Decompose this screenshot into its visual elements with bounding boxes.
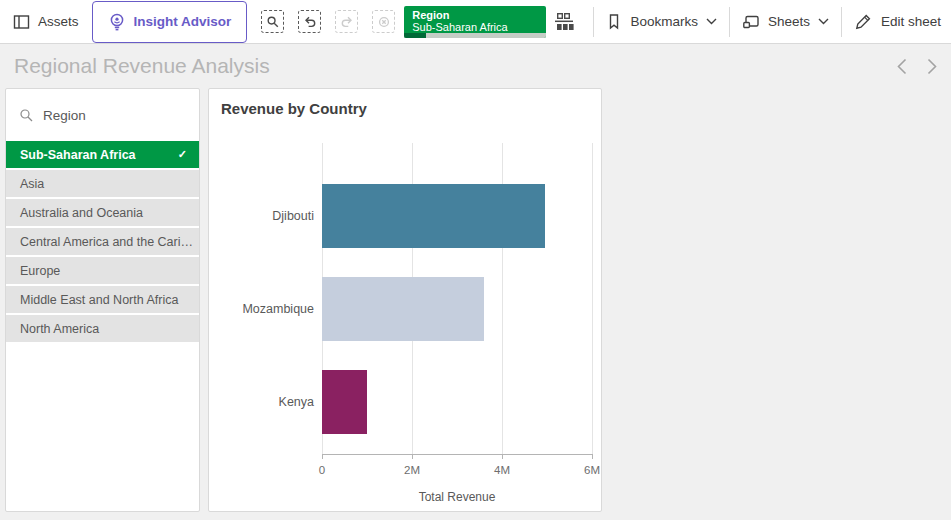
toolbar-divider (841, 7, 842, 37)
insight-advisor-button[interactable]: Insight Advisor (92, 1, 248, 43)
undo-selection-icon[interactable] (298, 10, 321, 33)
chevron-down-icon (818, 18, 829, 25)
sheets-icon (742, 14, 760, 30)
region-filter-pane: Region Sub-Saharan Africa✓AsiaAustralia … (5, 88, 200, 512)
redo-selection-icon[interactable] (335, 10, 358, 33)
axis-tick-label: 2M (392, 464, 432, 476)
axis-tick-label: 6M (572, 464, 612, 476)
region-list-item-label: Asia (20, 177, 44, 191)
pencil-icon (854, 13, 873, 31)
sheet-content: Region Sub-Saharan Africa✓AsiaAustralia … (0, 88, 951, 520)
region-list-item[interactable]: Middle East and North Africa (6, 286, 199, 313)
region-list-item-label: Middle East and North Africa (20, 293, 178, 307)
assets-button[interactable]: Assets (13, 14, 79, 30)
region-list-item-label: Central America and the Cari… (20, 235, 193, 249)
region-list-item[interactable]: Europe (6, 257, 199, 284)
sheets-label: Sheets (768, 14, 810, 29)
axis-tick-label: 4M (482, 464, 522, 476)
region-field-label: Region (43, 108, 86, 123)
x-axis-line (322, 454, 592, 455)
axis-tick (592, 454, 593, 459)
category-label: Mozambique (212, 301, 314, 317)
chevron-down-icon (706, 18, 717, 25)
selection-chip-field: Region (412, 9, 538, 21)
chart-title: Revenue by Country (221, 100, 367, 117)
toolbar-right-group: Bookmarks Sheets Edit sheet (547, 7, 941, 37)
edit-sheet-label: Edit sheet (881, 14, 941, 29)
check-icon: ✓ (178, 148, 187, 161)
region-list: Sub-Saharan Africa✓AsiaAustralia and Oce… (6, 141, 199, 342)
gridline (592, 143, 593, 454)
region-list-item-label: Australia and Oceania (20, 206, 143, 220)
region-list-item-label: Sub-Saharan Africa (20, 148, 136, 162)
category-label: Djibouti (212, 208, 314, 224)
previous-sheet-icon[interactable] (897, 58, 907, 75)
axis-tick (502, 454, 503, 459)
app-toolbar: Assets Insight Advisor Region Sub-Sahara… (0, 0, 951, 44)
selections-tool-button[interactable] (547, 12, 581, 31)
region-list-item[interactable]: Asia (6, 170, 199, 197)
toolbar-divider (729, 7, 730, 37)
bar-djibouti[interactable] (322, 184, 545, 248)
assets-label: Assets (38, 14, 79, 29)
selection-progress-fill (404, 33, 425, 38)
region-list-item-label: North America (20, 322, 99, 336)
sheet-title-bar: Regional Revenue Analysis (0, 44, 951, 88)
revenue-chart-card: Revenue by Country Total Revenue 02M4M6M… (208, 88, 602, 512)
search-icon (19, 108, 34, 123)
lightbulb-icon (108, 12, 126, 31)
region-list-item[interactable]: North America (6, 315, 199, 342)
selection-chip-region[interactable]: Region Sub-Saharan Africa (404, 6, 546, 38)
sheets-button[interactable]: Sheets (742, 14, 829, 30)
axis-tick-label: 0 (302, 464, 342, 476)
selection-progress-bar (404, 33, 546, 38)
region-list-item[interactable]: Central America and the Cari… (6, 228, 199, 255)
insight-advisor-label: Insight Advisor (134, 14, 232, 29)
bookmark-icon (606, 13, 622, 30)
region-list-item[interactable]: Sub-Saharan Africa✓ (6, 141, 199, 168)
region-list-item[interactable]: Australia and Oceania (6, 199, 199, 226)
sheet-title: Regional Revenue Analysis (0, 54, 270, 78)
plot-area: Total Revenue 02M4M6MDjiboutiMozambiqueK… (322, 143, 592, 454)
category-label: Kenya (212, 394, 314, 410)
axis-tick (412, 454, 413, 459)
assets-panel-icon (13, 14, 30, 30)
clear-selections-icon[interactable] (372, 10, 395, 33)
selections-tool-icon (553, 12, 575, 31)
sheet-navigation (897, 58, 937, 75)
bookmarks-label: Bookmarks (630, 14, 698, 29)
bookmarks-button[interactable]: Bookmarks (606, 13, 717, 30)
region-filter-header[interactable]: Region (6, 89, 199, 141)
x-axis-title: Total Revenue (322, 490, 592, 504)
smart-search-icon[interactable] (261, 10, 284, 33)
selection-actions (261, 10, 395, 33)
bar-kenya[interactable] (322, 370, 367, 434)
edit-sheet-button[interactable]: Edit sheet (854, 13, 941, 31)
region-list-item-label: Europe (20, 264, 60, 278)
next-sheet-icon[interactable] (927, 58, 937, 75)
bar-mozambique[interactable] (322, 277, 484, 341)
toolbar-divider (593, 7, 594, 37)
axis-tick (322, 454, 323, 459)
